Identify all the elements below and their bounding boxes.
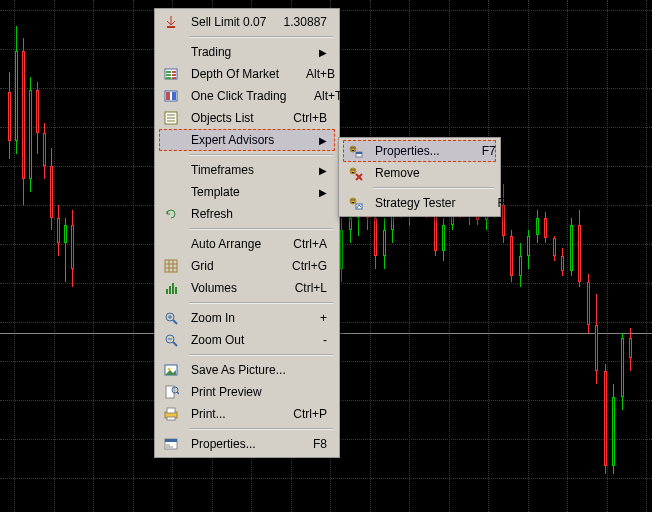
strategytester-icon: [347, 195, 363, 211]
candle: [587, 274, 590, 333]
menu-item-zoom-out[interactable]: Zoom Out-: [157, 329, 337, 351]
menu-item-refresh[interactable]: Refresh: [157, 203, 337, 225]
svg-rect-4: [166, 74, 171, 76]
menu-item-print-preview[interactable]: Print Preview: [157, 381, 337, 403]
submenu-trading[interactable]: Trading▶: [157, 41, 337, 63]
menu-item-label: Properties...: [185, 437, 271, 451]
menu-separator: [189, 228, 333, 230]
svg-point-54: [351, 199, 352, 200]
volumes-icon: [163, 280, 179, 296]
candle: [502, 184, 505, 243]
svg-rect-5: [172, 74, 176, 76]
candle: [71, 210, 74, 287]
menu-item-sell-limit-0-07[interactable]: Sell Limit 0.071.30887: [157, 11, 337, 33]
svg-line-25: [173, 320, 177, 324]
menu-item-label: Save As Picture...: [185, 363, 286, 377]
svg-rect-2: [166, 71, 171, 73]
candle: [612, 384, 615, 474]
menu-item-shortcut: Ctrl+L: [271, 281, 327, 295]
svg-point-55: [353, 199, 354, 200]
menu-item-label: Remove: [369, 166, 432, 180]
menu-item-label: Sell Limit 0.07: [185, 15, 268, 29]
candle: [519, 243, 522, 287]
menu-item-shortcut: F7: [440, 144, 496, 158]
menu-item-label: Print...: [185, 407, 271, 421]
menu-item-strategy-tester[interactable]: Strategy TesterF6: [341, 192, 498, 214]
svg-line-35: [177, 392, 179, 394]
menu-item-objects-list[interactable]: Objects ListCtrl+B: [157, 107, 337, 129]
menu-item-shortcut: +: [271, 311, 327, 325]
submenu-arrow-icon: ▶: [309, 47, 327, 58]
menu-item-label: Grid: [185, 259, 271, 273]
candle: [595, 294, 598, 384]
menu-item-label: Zoom In: [185, 311, 271, 325]
candle: [536, 210, 539, 243]
menu-item-one-click-trading[interactable]: One Click TradingAlt+T: [157, 85, 337, 107]
svg-rect-20: [166, 289, 168, 294]
menu-separator: [373, 187, 494, 189]
svg-point-45: [353, 147, 354, 148]
candle: [527, 230, 530, 268]
svg-rect-46: [356, 152, 362, 157]
candle: [553, 236, 556, 262]
svg-rect-47: [356, 152, 362, 154]
svg-rect-6: [166, 77, 171, 79]
menu-item-save-as-picture[interactable]: Save As Picture...: [157, 359, 337, 381]
candle: [64, 218, 67, 282]
svg-rect-23: [175, 287, 177, 294]
menu-item-properties[interactable]: Properties...F7: [341, 140, 498, 162]
candle: [442, 218, 445, 262]
svg-rect-40: [165, 439, 177, 442]
zoomout-icon: [157, 332, 185, 348]
candle: [15, 26, 18, 154]
menu-item-label: Properties...: [369, 144, 440, 158]
svg-point-44: [351, 147, 352, 148]
picture-icon: [163, 362, 179, 378]
svg-point-50: [353, 169, 354, 170]
candle: [621, 333, 624, 410]
submenu-timeframes[interactable]: Timeframes▶: [157, 159, 337, 181]
menu-separator: [189, 36, 333, 38]
svg-rect-9: [166, 92, 170, 100]
submenu-arrow-icon: ▶: [309, 135, 327, 146]
submenu-arrow-icon: ▶: [309, 187, 327, 198]
menu-item-shortcut: Ctrl+P: [271, 407, 327, 421]
picture-icon: [157, 362, 185, 378]
printpreview-icon: [163, 384, 179, 400]
svg-point-32: [168, 368, 171, 371]
menu-item-grid[interactable]: GridCtrl+G: [157, 255, 337, 277]
menu-item-depth-of-market[interactable]: Depth Of MarketAlt+B: [157, 63, 337, 85]
menu-item-label: Objects List: [185, 111, 271, 125]
menu-item-zoom-in[interactable]: Zoom In+: [157, 307, 337, 329]
svg-rect-22: [172, 283, 174, 294]
submenu-expert-advisors[interactable]: Expert Advisors▶: [157, 129, 337, 151]
menu-item-volumes[interactable]: VolumesCtrl+L: [157, 277, 337, 299]
menu-item-print[interactable]: Print...Ctrl+P: [157, 403, 337, 425]
menu-item-shortcut: Ctrl+G: [271, 259, 327, 273]
candle: [36, 82, 39, 154]
zoomout-icon: [163, 332, 179, 348]
svg-rect-15: [165, 260, 177, 272]
menu-item-auto-arrange[interactable]: Auto ArrangeCtrl+A: [157, 233, 337, 255]
remove-icon: [347, 165, 363, 181]
menu-separator: [189, 428, 333, 430]
candle: [629, 328, 632, 372]
menu-separator: [189, 154, 333, 156]
menu-item-label: Zoom Out: [185, 333, 271, 347]
menu-item-shortcut: -: [271, 333, 327, 347]
candle: [383, 218, 386, 269]
svg-line-29: [173, 342, 177, 346]
menu-item-label: One Click Trading: [185, 89, 286, 103]
menu-separator: [189, 354, 333, 356]
candle: [570, 218, 573, 277]
menu-item-label: Trading: [185, 45, 309, 59]
menu-item-remove[interactable]: Remove: [341, 162, 498, 184]
zoomin-icon: [157, 310, 185, 326]
volumes-icon: [157, 280, 185, 296]
svg-rect-10: [172, 92, 176, 100]
submenu-template[interactable]: Template▶: [157, 181, 337, 203]
svg-rect-38: [167, 417, 175, 420]
menu-item-shortcut: Ctrl+A: [271, 237, 327, 251]
menu-item-properties[interactable]: Properties...F8: [157, 433, 337, 455]
menu-separator: [189, 302, 333, 304]
